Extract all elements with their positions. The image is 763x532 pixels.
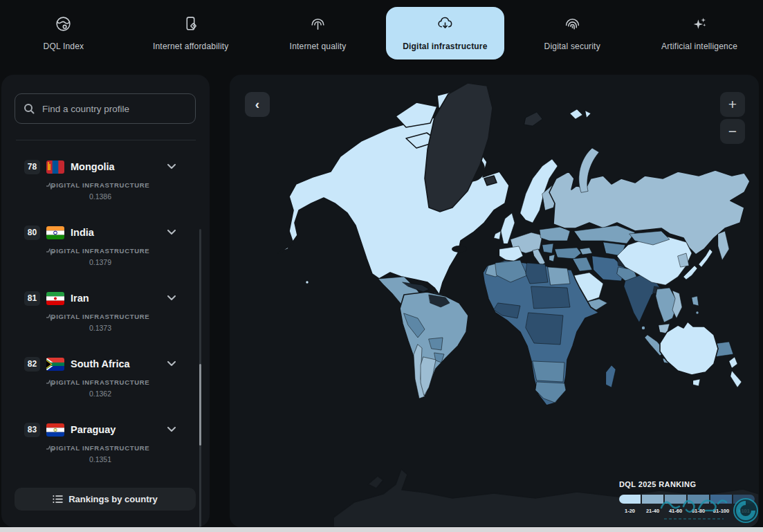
rank-badge: 83 (24, 423, 40, 437)
legend-title: DQL 2025 RANKING (619, 480, 755, 488)
page-bottom-edge (0, 527, 763, 532)
map-region-egypt[interactable] (548, 267, 570, 285)
great-lakes (452, 246, 467, 253)
chevron-down-icon[interactable] (167, 295, 176, 301)
map-region-turkey[interactable] (555, 248, 581, 259)
chevron-down-icon[interactable] (167, 427, 176, 432)
zoom-out-button[interactable]: − (720, 119, 745, 144)
country-row-south-africa[interactable]: 82 South Africa DIGITAL INFRASTRUCTURE 0… (1, 356, 199, 416)
map-region-new-zealand[interactable] (729, 357, 737, 368)
metric-value: 0.1351 (24, 455, 176, 464)
legend-label: 21-40 (642, 508, 663, 514)
country-name: South Africa (71, 358, 161, 369)
chevron-down-icon[interactable] (167, 164, 176, 169)
country-row-mongolia[interactable]: 78 Mongolia DIGITAL INFRASTRUCTURE 0.138… (1, 158, 199, 219)
tab-dql-index[interactable]: DQL Index (0, 0, 127, 66)
map-region-west-africa[interactable] (494, 303, 520, 318)
legend-label: 41-60 (665, 508, 686, 514)
metric-value: 0.1373 (24, 324, 176, 332)
map-region-sudan-chad[interactable] (531, 286, 570, 309)
map-region-japan[interactable] (683, 266, 697, 279)
country-search[interactable] (15, 93, 196, 124)
map-back-button[interactable]: ‹ (245, 92, 270, 117)
map-region-philippines[interactable] (696, 311, 699, 315)
country-metric: DIGITAL INFRASTRUCTURE 0.1373 (24, 313, 176, 332)
legend-labels: 1-20 21-40 41-60 61-80 81-100 >101 (619, 508, 755, 514)
country-metric: DIGITAL INFRASTRUCTURE 0.1362 (24, 378, 176, 398)
search-icon (24, 103, 35, 114)
sidebar-scrollbar-track (199, 229, 201, 527)
country-row-iran[interactable]: 81 Iran DIGITAL INFRASTRUCTURE 0.1373 (1, 290, 199, 351)
map-region-caucasus[interactable] (580, 248, 592, 255)
map-region-libya[interactable] (526, 263, 548, 284)
tab-label: Internet affordability (153, 42, 229, 51)
tab-internet-affordability[interactable]: Internet affordability (127, 0, 255, 66)
flag-paraguay (46, 423, 64, 437)
country-row-india[interactable]: 80 India DIGITAL INFRASTRUCTURE 0.1379 (1, 224, 199, 285)
cloud-download-icon (436, 15, 454, 35)
rankings-by-country-button[interactable]: Rankings by country (15, 488, 196, 511)
rank-badge: 78 (24, 160, 40, 174)
country-name: Mongolia (71, 161, 161, 172)
map-region-sri-lanka[interactable] (641, 326, 645, 330)
country-name: Paraguay (71, 424, 161, 435)
map-region-madagascar[interactable] (606, 365, 616, 387)
legend-swatch (619, 495, 641, 504)
map-region-australia[interactable] (660, 322, 718, 375)
chevron-down-icon[interactable] (167, 230, 176, 235)
search-input[interactable] (41, 103, 187, 115)
map-region-namibia-botswana[interactable] (533, 361, 564, 382)
map-region-svalbard[interactable] (524, 112, 542, 126)
legend-swatch (642, 495, 663, 504)
map-region-tasmania[interactable] (693, 379, 700, 386)
tab-label: Digital infrastructure (403, 42, 487, 51)
map-region-franz-josef-land[interactable] (570, 109, 582, 119)
tab-internet-quality[interactable]: Internet quality (255, 0, 382, 66)
country-name: India (71, 227, 161, 238)
activity-icon (46, 248, 55, 255)
map-region-franz-josef-land[interactable] (585, 111, 591, 118)
map-region-balkans[interactable] (542, 244, 553, 253)
tab-label: Artificial intelligence (661, 42, 737, 51)
metric-value: 0.1379 (24, 258, 176, 266)
country-name: Iran (71, 293, 161, 304)
map-region-south-africa[interactable] (535, 382, 566, 403)
country-metric: DIGITAL INFRASTRUCTURE 0.1351 (24, 444, 176, 464)
rank-badge: 81 (24, 291, 40, 306)
map-region-eastern-europe[interactable] (540, 227, 570, 241)
rankings-button-label: Rankings by country (68, 494, 158, 504)
legend-label: 81-100 (710, 508, 732, 514)
activity-icon (46, 314, 55, 321)
zoom-in-button[interactable]: + (720, 92, 745, 117)
sparkles-icon (691, 15, 708, 35)
map-region-new-zealand[interactable] (730, 371, 742, 387)
divider (16, 140, 196, 140)
map-region-hawaii[interactable] (306, 281, 309, 284)
map-region-iraq-syria[interactable] (573, 257, 592, 271)
map-region-kazakhstan[interactable] (574, 226, 635, 244)
map-region-greece[interactable] (549, 255, 555, 262)
map-region-antarctic-island[interactable] (368, 476, 383, 488)
tab-label: Digital security (544, 42, 600, 51)
list-icon (53, 495, 63, 504)
legend-swatch (665, 495, 686, 504)
map-legend: DQL 2025 RANKING 1-20 21-40 41-60 61-80 … (619, 480, 755, 514)
tab-digital-infrastructure[interactable]: Digital infrastructure (381, 0, 508, 66)
map-region-ireland[interactable] (494, 231, 501, 239)
activity-icon (46, 380, 55, 387)
country-metric: DIGITAL INFRASTRUCTURE 0.1379 (24, 247, 176, 266)
map-region-kamchatka[interactable] (718, 231, 729, 260)
chevron-down-icon[interactable] (167, 361, 176, 367)
app-screen: DQL Index Internet affordability Interne… (0, 0, 763, 532)
globe-icon (55, 15, 72, 35)
activity-icon (46, 183, 55, 190)
tab-digital-security[interactable]: Digital security (508, 0, 636, 66)
map-region-philippines[interactable] (692, 296, 699, 306)
sidebar-scrollbar-thumb[interactable] (199, 364, 201, 446)
flag-south-africa (46, 358, 64, 371)
flag-india (46, 226, 64, 239)
legend-swatch (733, 495, 755, 504)
fingerprint-icon (564, 15, 581, 35)
country-row-paraguay[interactable]: 83 Paraguay DIGITAL INFRASTRUCTURE 0.135… (1, 421, 199, 482)
tab-artificial-intelligence[interactable]: Artificial intelligence (636, 0, 763, 66)
